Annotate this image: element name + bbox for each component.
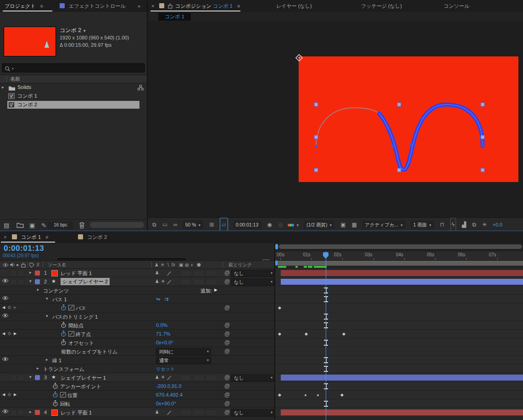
time-navigator[interactable] bbox=[275, 243, 523, 251]
name-column-header[interactable]: 名前 bbox=[10, 76, 20, 82]
track-row[interactable] bbox=[275, 312, 523, 321]
new-folder-icon[interactable] bbox=[17, 222, 24, 228]
collapse-switch-icon[interactable]: ✳ bbox=[161, 279, 165, 284]
shy-switch-icon[interactable]: ♟ bbox=[155, 375, 159, 380]
track-row[interactable] bbox=[275, 347, 523, 356]
keyframe-diamond[interactable]: ◆ bbox=[278, 305, 281, 310]
track-area[interactable]: ◆◆◆◆◆◆ bbox=[275, 269, 523, 417]
shy-column-icon[interactable]: ♟ bbox=[155, 261, 159, 269]
eye-icon[interactable] bbox=[2, 313, 9, 319]
mask-visibility-icon[interactable]: ∞ bbox=[173, 218, 178, 231]
graph-include-icon[interactable] bbox=[68, 331, 74, 337]
property-row[interactable]: オフセット0x+0.0°@ bbox=[0, 338, 275, 347]
timeline-pane-divider[interactable] bbox=[274, 243, 275, 420]
expand-chevron[interactable]: ▸ bbox=[46, 357, 48, 362]
track-row[interactable] bbox=[275, 321, 523, 330]
track-row[interactable] bbox=[275, 295, 523, 304]
lock-cell[interactable] bbox=[17, 279, 24, 285]
quality-switch-icon[interactable]: ／ bbox=[167, 279, 172, 285]
switch-cell[interactable] bbox=[180, 375, 192, 381]
property-name[interactable]: アンカーポイント bbox=[60, 383, 101, 390]
keyframe-diamond[interactable]: ◆ bbox=[340, 392, 344, 397]
panel-scrollbar[interactable] bbox=[90, 222, 144, 228]
property-dropdown[interactable]: 通常▾ bbox=[156, 357, 211, 364]
new-composition-icon[interactable]: ▣ bbox=[29, 220, 35, 231]
add-keyframe-icon[interactable]: ◇ bbox=[8, 305, 11, 309]
parent-dropdown[interactable]: なし▾ bbox=[231, 374, 275, 381]
property-row[interactable]: ◀◇▶位置670.4,492.4@ bbox=[0, 391, 275, 399]
property-dropdown[interactable]: 同時に▾ bbox=[156, 348, 211, 355]
panel-menu-icon[interactable]: ≡ bbox=[237, 3, 240, 9]
next-keyframe-icon[interactable]: ▶ bbox=[14, 332, 17, 336]
layer-row[interactable]: ▸1レッド 平面 1♟／@なし▾ bbox=[0, 269, 275, 277]
collapse-switch-icon[interactable]: ✳ bbox=[161, 375, 165, 380]
switch-cell[interactable] bbox=[206, 375, 217, 381]
keyframe-diamond[interactable]: ◆ bbox=[278, 392, 281, 397]
tab-overflow-icon[interactable]: » bbox=[138, 0, 140, 12]
keyframe-dot[interactable] bbox=[305, 394, 306, 396]
project-search-input[interactable]: ▾ bbox=[2, 63, 145, 72]
playhead-handle[interactable] bbox=[323, 252, 328, 259]
label-color-chip[interactable] bbox=[35, 410, 40, 415]
lock-cell[interactable] bbox=[17, 270, 24, 276]
fx-column-icon[interactable]: fx bbox=[172, 261, 175, 269]
property-row[interactable]: アンカーポイント-200.0,91.0@ bbox=[0, 382, 275, 391]
quality-column-icon[interactable]: ∖ bbox=[167, 261, 169, 269]
navigator-start-handle[interactable] bbox=[275, 244, 278, 249]
layer-row[interactable]: ▾2★シェイプレイヤー 2♟✳／@なし▾ bbox=[0, 277, 275, 286]
track-row[interactable] bbox=[275, 338, 523, 347]
pickwhip-icon[interactable]: @ bbox=[224, 270, 230, 276]
region-of-interest-icon[interactable]: ▱ bbox=[220, 218, 228, 232]
exposure-icon[interactable]: ✳ bbox=[482, 218, 487, 231]
solo-column-icon[interactable]: ● bbox=[16, 261, 19, 269]
viewer-comp-subtab[interactable]: コンポ 1 bbox=[158, 13, 191, 21]
property-name[interactable]: パス 1 bbox=[52, 296, 67, 303]
comp-name-caret-icon[interactable]: ▼ bbox=[83, 29, 86, 33]
layer-name[interactable]: シェイプレイヤー 2 bbox=[61, 278, 110, 285]
parent-dropdown[interactable]: なし▾ bbox=[231, 270, 275, 277]
time-navigator-bar[interactable] bbox=[279, 244, 522, 249]
property-row[interactable]: 開始点0.0%@ bbox=[0, 321, 275, 330]
show-snapshot-icon[interactable]: ◎ bbox=[278, 218, 283, 231]
group-row[interactable]: ▾コンテンツ追加:▶ bbox=[0, 286, 275, 295]
track-row[interactable] bbox=[275, 399, 523, 408]
composition-canvas[interactable] bbox=[148, 21, 523, 217]
active-camera-dropdown[interactable]: アクティブカ...▾ bbox=[362, 221, 406, 229]
add-menu-icon[interactable]: ▶ bbox=[214, 287, 217, 292]
panel-menu-icon[interactable]: ≡ bbox=[40, 3, 43, 9]
pickwhip-icon[interactable]: @ bbox=[224, 278, 230, 285]
prev-keyframe-icon[interactable]: ◀ bbox=[2, 305, 5, 309]
pickwhip-icon[interactable]: @ bbox=[224, 339, 230, 346]
viewer-timecode[interactable]: 0:00:01:13 bbox=[233, 221, 262, 229]
work-area-bar[interactable] bbox=[277, 261, 523, 266]
property-name[interactable]: パスのトリミング 1 bbox=[52, 314, 98, 321]
graph-include-icon[interactable] bbox=[68, 305, 74, 311]
tab-footage[interactable]: フッテージ (なし) bbox=[361, 0, 402, 12]
tab-console[interactable]: コンソール bbox=[444, 0, 469, 12]
reverse-path-icon[interactable]: ⇋ bbox=[156, 296, 160, 302]
switch-cell[interactable] bbox=[206, 279, 217, 285]
group-row[interactable]: 複数のシェイプをトリム同時に▾@ bbox=[0, 347, 275, 356]
track-row[interactable] bbox=[275, 408, 523, 417]
magnification-dropdown[interactable]: 50 %▾ bbox=[183, 221, 203, 229]
work-area-start-handle[interactable] bbox=[275, 260, 278, 265]
layer-name[interactable]: レッド 平面 1 bbox=[61, 409, 92, 416]
panel-menu-icon[interactable]: ≡ bbox=[45, 234, 48, 240]
pickwhip-icon[interactable]: @ bbox=[224, 409, 230, 415]
property-name[interactable]: パス bbox=[76, 305, 86, 312]
collapse-chevron[interactable]: ▾ bbox=[37, 287, 39, 292]
track-row[interactable] bbox=[275, 382, 523, 391]
audio-column-icon[interactable] bbox=[10, 262, 15, 267]
mini-flowchart-icon[interactable]: ⧉ bbox=[472, 218, 476, 231]
shy-switch-icon[interactable]: ♟ bbox=[155, 279, 159, 284]
property-name[interactable]: 終了点 bbox=[76, 331, 91, 338]
track-row[interactable] bbox=[275, 365, 523, 373]
stopwatch-icon[interactable] bbox=[61, 304, 66, 312]
threed-column-icon[interactable]: ⬢ bbox=[197, 261, 201, 269]
track-row[interactable] bbox=[275, 269, 523, 277]
interpret-footage-icon[interactable]: ▤ bbox=[4, 220, 9, 231]
layer-name[interactable]: シェイプレイヤー 1 bbox=[61, 375, 106, 381]
stopwatch-icon[interactable] bbox=[53, 400, 58, 408]
property-name[interactable]: コンテンツ bbox=[43, 287, 69, 294]
expand-chevron[interactable]: ▸ bbox=[29, 270, 32, 275]
